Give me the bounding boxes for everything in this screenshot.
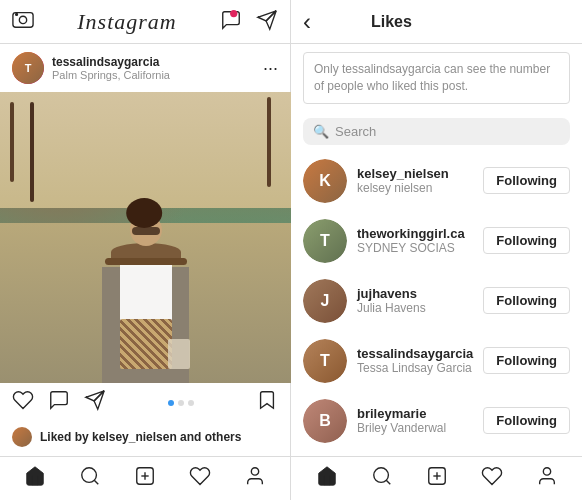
avatar: B [303,399,347,443]
send-icon[interactable] [256,9,278,35]
right-header: ‹ Likes [291,0,582,44]
carousel-dots [168,400,194,406]
app-title: Instagram [77,9,176,35]
avatar: K [303,159,347,203]
camera-icon[interactable] [12,8,34,35]
nav-add[interactable] [134,465,156,493]
user-info: jujhavens Julia Havens [357,286,473,315]
right-bottom-nav [291,456,582,500]
avatar: T [303,219,347,263]
likes-info-box: Only tessalindsaygarcia can see the numb… [303,52,570,104]
nav-profile-right[interactable] [536,465,558,493]
list-item: T tessalindsaygarcia Tessa Lindsay Garci… [291,331,582,391]
user-info: tessalindsaygarcia Tessa Lindsay Garcia [357,346,473,375]
likes-title: Likes [371,13,412,31]
likes-list: K kelsey_nielsen kelsey nielsen Followin… [291,151,582,456]
profile-row: T tessalindsaygarcia Palm Springs, Calif… [0,44,290,92]
dot-2 [178,400,184,406]
nav-add-right[interactable] [426,465,448,493]
following-button[interactable]: Following [483,347,570,374]
liked-avatar [12,427,32,447]
list-item: K kelsey_nielsen kelsey nielsen Followin… [291,151,582,211]
info-text: Only tessalindsaygarcia can see the numb… [314,62,550,93]
profile-username: tessalindsaygarcia [52,55,170,69]
dot-3 [188,400,194,406]
display-name: kelsey nielsen [357,181,473,195]
list-item: T theworkinggirl.ca SYDNEY SOCIAS Follow… [291,211,582,271]
action-icons [12,389,106,417]
svg-line-7 [94,480,98,484]
svg-point-6 [82,467,97,482]
display-name: Julia Havens [357,301,473,315]
post-image [0,92,291,383]
comment-icon[interactable] [48,389,70,417]
left-panel: Instagram T tessalindsaygarcia [0,0,291,500]
following-button[interactable]: Following [483,407,570,434]
svg-point-2 [16,14,18,16]
username[interactable]: jujhavens [357,286,473,301]
user-info: theworkinggirl.ca SYDNEY SOCIAS [357,226,473,255]
search-icon: 🔍 [313,124,329,139]
following-button[interactable]: Following [483,287,570,314]
more-icon[interactable]: ··· [263,58,278,79]
svg-point-17 [543,467,550,474]
list-item: J jujhavens Julia Havens Following [291,271,582,331]
nav-home[interactable] [24,465,46,493]
nav-search[interactable] [79,465,101,493]
svg-line-13 [386,480,390,484]
svg-point-11 [251,467,258,474]
username[interactable]: kelsey_nielsen [357,166,473,181]
display-name: Briley Vanderwal [357,421,473,435]
profile-info[interactable]: T tessalindsaygarcia Palm Springs, Calif… [12,52,170,84]
nav-activity[interactable] [189,465,211,493]
nav-profile[interactable] [244,465,266,493]
back-button[interactable]: ‹ [303,8,311,36]
dot-1 [168,400,174,406]
profile-text: tessalindsaygarcia Palm Springs, Califor… [52,55,170,81]
nav-search-right[interactable] [371,465,393,493]
display-name: Tessa Lindsay Garcia [357,361,473,375]
bookmark-icon[interactable] [256,389,278,417]
user-info: brileymarie Briley Vanderwal [357,406,473,435]
svg-point-12 [373,467,388,482]
svg-point-1 [19,16,26,23]
top-bar: Instagram [0,0,290,44]
top-bar-right [220,9,278,35]
action-bar [0,383,290,423]
avatar: T [12,52,44,84]
avatar: J [303,279,347,323]
nav-activity-right[interactable] [481,465,503,493]
following-button[interactable]: Following [483,167,570,194]
like-icon[interactable] [12,389,34,417]
svg-point-3 [230,9,237,16]
search-placeholder[interactable]: Search [335,124,376,139]
username[interactable]: theworkinggirl.ca [357,226,473,241]
nav-home-right[interactable] [316,465,338,493]
share-icon[interactable] [84,389,106,417]
right-panel: ‹ Likes Only tessalindsaygarcia can see … [291,0,582,500]
avatar: T [303,339,347,383]
profile-location: Palm Springs, California [52,69,170,81]
liked-username[interactable]: kelsey_nielsen [92,430,177,444]
list-item: B brileymarie Briley Vanderwal Following [291,391,582,451]
activity-icon[interactable] [220,9,242,35]
display-name: SYDNEY SOCIAS [357,241,473,255]
bottom-nav [0,456,290,500]
username[interactable]: brileymarie [357,406,473,421]
following-button[interactable]: Following [483,227,570,254]
user-info: kelsey_nielsen kelsey nielsen [357,166,473,195]
search-bar[interactable]: 🔍 Search [303,118,570,145]
liked-text: Liked by kelsey_nielsen and others [40,430,241,444]
username[interactable]: tessalindsaygarcia [357,346,473,361]
liked-row: Liked by kelsey_nielsen and others [0,423,290,455]
